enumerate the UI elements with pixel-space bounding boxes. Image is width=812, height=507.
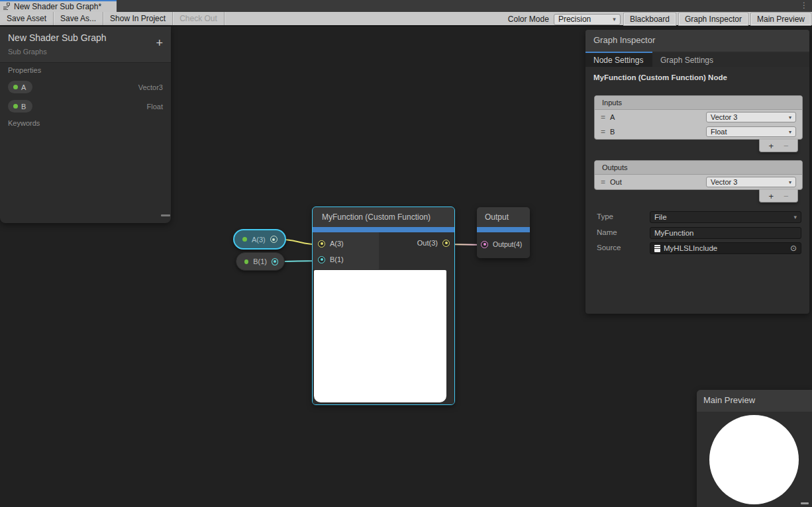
property-node-b-port[interactable] <box>272 258 278 265</box>
window-tab-bar: New Shader Sub Graph* ⋮ <box>0 0 812 12</box>
toolbar: Save Asset Save As... Show In Project Ch… <box>0 12 812 26</box>
name-field[interactable]: MyFunction <box>650 227 801 239</box>
inspector-header[interactable]: Graph Inspector <box>585 30 809 52</box>
save-as-button[interactable]: Save As... <box>54 12 103 25</box>
blackboard-toggle-button[interactable]: Blackboard <box>624 13 676 25</box>
node-category-bar <box>477 227 530 232</box>
custom-function-node-header[interactable]: MyFunction (Custom Function) <box>313 207 454 227</box>
name-field-label: Name <box>597 228 617 236</box>
function-input-a-label: A(3) <box>330 240 344 248</box>
main-preview-header[interactable]: Main Preview <box>697 390 812 412</box>
color-mode-label: Color Mode <box>508 15 550 24</box>
check-out-button: Check Out <box>173 12 225 25</box>
tab-node-settings-label: Node Settings <box>593 56 643 65</box>
outputs-list-footer: + − <box>759 189 798 203</box>
preview-resize-handle[interactable] <box>801 502 809 504</box>
property-node-a[interactable]: A(3) <box>233 229 286 250</box>
inputs-list-footer: + − <box>759 139 798 152</box>
tab-graph-settings[interactable]: Graph Settings <box>652 53 721 67</box>
tab-node-settings[interactable]: Node Settings <box>585 53 652 67</box>
output-port-row: Output(4) <box>481 240 522 248</box>
active-tab-underline <box>585 52 652 53</box>
function-input-b-row: B(1) <box>318 255 344 263</box>
source-value: MyHLSLInclude <box>664 244 717 252</box>
blackboard-title: New Shader Sub Graph <box>8 32 107 43</box>
inputs-row-b[interactable]: = B Float ▾ <box>595 124 802 139</box>
properties-section-label: Properties <box>8 66 41 74</box>
add-input-button[interactable]: + <box>768 141 774 151</box>
object-picker-icon[interactable]: ⊙ <box>790 245 797 252</box>
save-asset-button[interactable]: Save Asset <box>0 12 54 25</box>
drag-handle-icon[interactable]: = <box>601 177 605 187</box>
remove-input-button[interactable]: − <box>784 141 789 151</box>
output-out-type-dropdown[interactable]: Vector 3 ▾ <box>706 177 796 187</box>
source-field-label: Source <box>597 244 621 252</box>
function-output-port[interactable] <box>442 240 450 247</box>
blackboard-header[interactable]: New Shader Sub Graph Sub Graphs + <box>0 26 171 63</box>
input-b-name: B <box>610 128 701 136</box>
shader-graph-icon <box>3 3 11 11</box>
custom-function-node-title: MyFunction (Custom Function) <box>322 212 431 222</box>
inspector-title: Graph Inspector <box>593 35 655 45</box>
chevron-down-icon: ▾ <box>789 129 791 135</box>
node-preview-image <box>314 270 446 402</box>
blackboard-property-b-name: B <box>21 103 26 111</box>
function-output-row: Out(3) <box>417 239 450 247</box>
tab-title: New Shader Sub Graph* <box>14 2 101 11</box>
name-value: MyFunction <box>654 229 693 237</box>
file-icon <box>654 245 660 252</box>
function-input-a-row: A(3) <box>318 240 344 248</box>
property-node-a-label: A(3) <box>252 236 266 244</box>
drag-handle-icon[interactable]: = <box>601 113 605 122</box>
blackboard-panel: New Shader Sub Graph Sub Graphs + Proper… <box>0 26 171 223</box>
main-preview-toggle-button[interactable]: Main Preview <box>751 13 811 25</box>
outputs-row-out[interactable]: = Out Vector 3 ▾ <box>595 175 802 189</box>
document-tab[interactable]: New Shader Sub Graph* <box>0 0 117 12</box>
window-menu-icon[interactable]: ⋮ <box>800 1 808 10</box>
drag-handle-icon[interactable]: = <box>601 127 605 136</box>
toolbar-right-group: Color Mode Precision ▾ Blackboard Graph … <box>508 12 811 26</box>
output-node[interactable]: Output Output(4) <box>477 207 530 258</box>
input-b-type-dropdown[interactable]: Float ▾ <box>706 126 796 137</box>
property-node-a-port[interactable] <box>270 236 278 243</box>
function-input-b-port[interactable] <box>318 256 325 263</box>
graph-inspector-panel: Graph Inspector Node Settings Graph Sett… <box>585 30 809 314</box>
show-in-project-button[interactable]: Show In Project <box>103 12 173 25</box>
blackboard-subtitle: Sub Graphs <box>8 48 47 56</box>
property-node-b[interactable]: B(1) <box>236 252 285 271</box>
blackboard-property-a[interactable]: A <box>8 81 32 93</box>
blackboard-property-b[interactable]: B <box>8 100 32 113</box>
blackboard-resize-handle[interactable] <box>161 214 170 216</box>
input-a-type-dropdown[interactable]: Vector 3 ▾ <box>706 112 796 122</box>
graph-inspector-toggle-button[interactable]: Graph Inspector <box>679 13 748 25</box>
function-output-label: Out(3) <box>417 239 438 247</box>
tab-graph-settings-label: Graph Settings <box>660 56 713 65</box>
add-property-button[interactable]: + <box>156 37 163 49</box>
blackboard-property-b-type: Float <box>147 103 163 111</box>
input-a-type-value: Vector 3 <box>711 113 737 121</box>
exposed-dot-icon <box>242 237 247 242</box>
exposed-dot-icon <box>13 104 18 109</box>
preview-sphere[interactable] <box>709 415 799 504</box>
outputs-list: Outputs = Out Vector 3 ▾ <box>594 160 803 190</box>
type-dropdown[interactable]: File ▾ <box>650 211 801 223</box>
property-node-b-label: B(1) <box>253 257 267 265</box>
output-node-port[interactable] <box>481 241 488 248</box>
output-node-header[interactable]: Output <box>477 207 530 227</box>
input-b-type-value: Float <box>711 128 727 136</box>
function-input-a-port[interactable] <box>318 240 325 248</box>
custom-function-node[interactable]: MyFunction (Custom Function) A(3) B(1) O… <box>313 207 454 404</box>
chevron-down-icon: ▾ <box>789 115 791 120</box>
inputs-row-a[interactable]: = A Vector 3 ▾ <box>595 110 802 124</box>
remove-output-button[interactable]: − <box>784 191 789 201</box>
blackboard-property-a-type: Vector3 <box>138 83 163 91</box>
color-mode-dropdown[interactable]: Precision ▾ <box>554 14 621 25</box>
chevron-down-icon: ▾ <box>789 179 791 185</box>
outputs-list-header: Outputs <box>595 161 802 175</box>
add-output-button[interactable]: + <box>768 191 774 201</box>
inputs-list: Inputs = A Vector 3 ▾ = B Float ▾ <box>594 95 803 140</box>
color-mode-value: Precision <box>558 15 591 24</box>
node-input-column <box>313 232 379 269</box>
source-object-field[interactable]: MyHLSLInclude ⊙ <box>650 242 801 254</box>
node-category-bar <box>313 227 454 232</box>
